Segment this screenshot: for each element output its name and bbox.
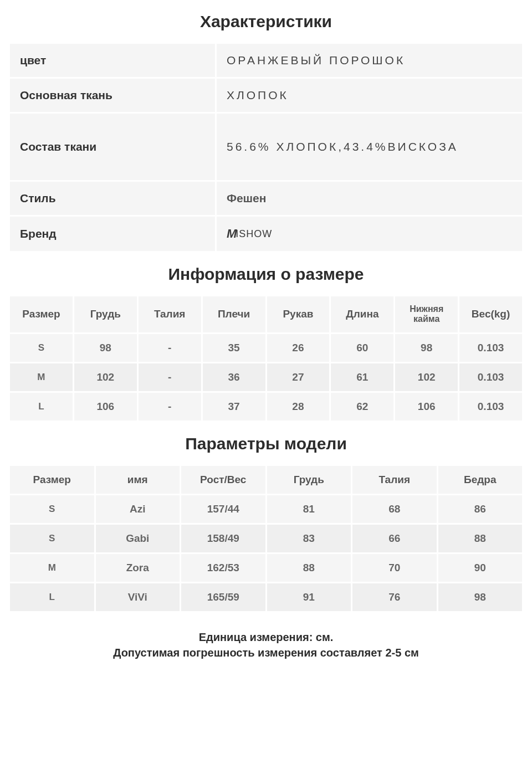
cell-hips: 88 (438, 525, 523, 552)
table-row: S 98 - 35 26 60 98 0.103 (10, 334, 522, 362)
char-value: ХЛОПОК (217, 79, 522, 112)
heading-size-info: Информация о размере (0, 253, 532, 295)
cell-waist: - (139, 393, 201, 421)
cell-hem: 106 (395, 393, 458, 421)
col-sleeve: Рукав (267, 296, 330, 332)
cell-bust: 98 (74, 334, 137, 362)
col-weight: Вес(kg) (459, 296, 522, 332)
cell-waist: - (139, 334, 201, 362)
char-row-fabric: Основная ткань ХЛОПОК (10, 79, 522, 112)
cell-bust: 106 (74, 393, 137, 421)
char-value: Фешен (217, 182, 522, 215)
cell-hips: 86 (438, 495, 523, 523)
cell-size: S (10, 495, 94, 523)
cell-name: Azi (96, 495, 180, 523)
cell-shoulders: 37 (203, 393, 265, 421)
char-row-style: Стиль Фешен (10, 182, 522, 215)
footer-unit: Единица измерения: см. (0, 629, 532, 645)
col-hips: Бедра (438, 466, 523, 494)
char-row-brand: Бренд MISHOW (10, 217, 522, 251)
char-row-composition: Состав ткани 56.6% ХЛОПОК,43.4%ВИСКОЗА (10, 114, 522, 180)
cell-waist: 68 (352, 495, 437, 523)
cell-hips: 98 (438, 583, 523, 611)
heading-model-params: Параметры модели (0, 422, 532, 464)
cell-length: 62 (331, 393, 393, 421)
col-size: Размер (10, 466, 94, 494)
cell-length: 60 (331, 334, 393, 362)
brand-logo: MISHOW (227, 227, 512, 241)
cell-name: ViVi (96, 583, 180, 611)
table-row: S Azi 157/44 81 68 86 (10, 495, 522, 523)
col-waist: Талия (352, 466, 437, 494)
cell-size: S (10, 525, 94, 552)
cell-hips: 90 (438, 554, 523, 582)
table-row: S Gabi 158/49 83 66 88 (10, 525, 522, 552)
char-label: Бренд (10, 217, 215, 251)
char-label: цвет (10, 44, 215, 77)
cell-size: L (10, 583, 94, 611)
table-row: M 102 - 36 27 61 102 0.103 (10, 363, 522, 391)
cell-hw: 158/49 (181, 525, 265, 552)
cell-hw: 165/59 (181, 583, 265, 611)
table-row: L 106 - 37 28 62 106 0.103 (10, 393, 522, 421)
cell-hw: 157/44 (181, 495, 265, 523)
col-waist: Талия (139, 296, 201, 332)
cell-weight: 0.103 (459, 393, 522, 421)
cell-waist: 66 (352, 525, 437, 552)
cell-size: M (10, 554, 94, 582)
col-name: имя (96, 466, 180, 494)
footer-note: Единица измерения: см. Допустимая погреш… (0, 613, 532, 670)
char-label: Состав ткани (10, 114, 215, 180)
cell-size: M (10, 363, 73, 391)
cell-shoulders: 36 (203, 363, 265, 391)
char-value: 56.6% ХЛОПОК,43.4%ВИСКОЗА (217, 114, 522, 180)
col-hw: Рост/Вес (181, 466, 265, 494)
col-bust: Грудь (74, 296, 137, 332)
col-bust: Грудь (267, 466, 351, 494)
size-header-row: Размер Грудь Талия Плечи Рукав Длина Ниж… (10, 296, 522, 332)
cell-weight: 0.103 (459, 363, 522, 391)
cell-size: S (10, 334, 73, 362)
cell-bust: 88 (267, 554, 351, 582)
cell-sleeve: 28 (267, 393, 330, 421)
char-row-color: цвет ОРАНЖЕВЫЙ ПОРОШОК (10, 44, 522, 77)
cell-length: 61 (331, 363, 393, 391)
cell-bust: 81 (267, 495, 351, 523)
col-length: Длина (331, 296, 393, 332)
cell-hw: 162/53 (181, 554, 265, 582)
cell-sleeve: 26 (267, 334, 330, 362)
char-value: ОРАНЖЕВЫЙ ПОРОШОК (217, 44, 522, 77)
table-row: M Zora 162/53 88 70 90 (10, 554, 522, 582)
cell-bust: 91 (267, 583, 351, 611)
characteristics-table: цвет ОРАНЖЕВЫЙ ПОРОШОК Основная ткань ХЛ… (8, 42, 524, 253)
cell-hem: 102 (395, 363, 458, 391)
model-header-row: Размер имя Рост/Вес Грудь Талия Бедра (10, 466, 522, 494)
table-row: L ViVi 165/59 91 76 98 (10, 583, 522, 611)
cell-waist: 70 (352, 554, 437, 582)
cell-bust: 102 (74, 363, 137, 391)
char-value: MISHOW (217, 217, 522, 251)
cell-sleeve: 27 (267, 363, 330, 391)
cell-waist: 76 (352, 583, 437, 611)
model-params-table: Размер имя Рост/Вес Грудь Талия Бедра S … (8, 464, 524, 613)
cell-weight: 0.103 (459, 334, 522, 362)
cell-name: Gabi (96, 525, 180, 552)
cell-name: Zora (96, 554, 180, 582)
size-info-table: Размер Грудь Талия Плечи Рукав Длина Ниж… (8, 295, 524, 422)
char-label: Стиль (10, 182, 215, 215)
col-hem: Нижняя кайма (395, 296, 458, 332)
footer-tolerance: Допустимая погрешность измерения составл… (0, 645, 532, 660)
cell-bust: 83 (267, 525, 351, 552)
cell-waist: - (139, 363, 201, 391)
heading-characteristics: Характеристики (0, 0, 532, 42)
char-label: Основная ткань (10, 79, 215, 112)
cell-shoulders: 35 (203, 334, 265, 362)
cell-hem: 98 (395, 334, 458, 362)
cell-size: L (10, 393, 73, 421)
col-shoulders: Плечи (203, 296, 265, 332)
col-size: Размер (10, 296, 73, 332)
